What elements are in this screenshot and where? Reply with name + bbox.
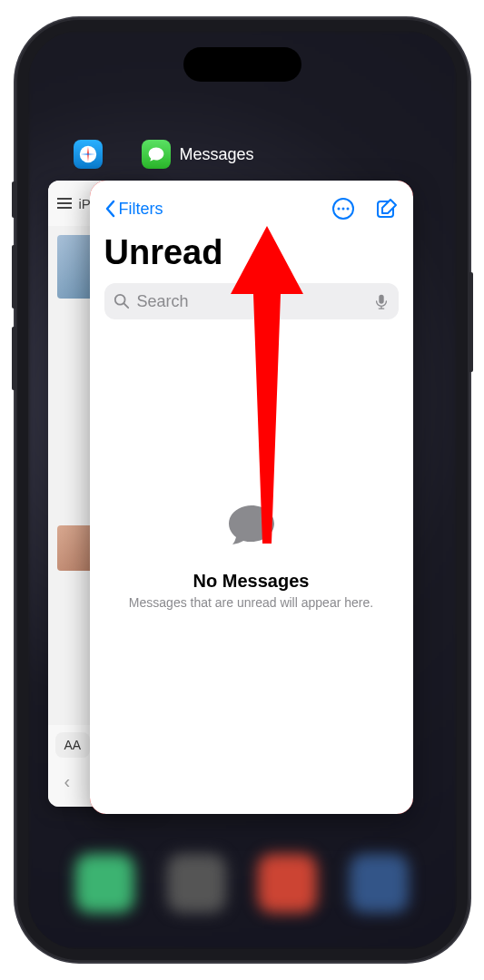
- app-label-text: Messages: [180, 145, 254, 164]
- empty-state: No Messages Messages that are unread wil…: [90, 498, 413, 610]
- empty-state-subtitle: Messages that are unread will appear her…: [108, 595, 395, 610]
- dynamic-island: [183, 47, 301, 82]
- more-icon[interactable]: [331, 197, 355, 220]
- app-switcher[interactable]: Messages iP AA ‹: [28, 31, 457, 949]
- svg-point-4: [346, 208, 349, 211]
- empty-state-title: No Messages: [108, 571, 395, 592]
- page-title: Unread: [90, 230, 413, 283]
- app-label-safari: [74, 140, 103, 169]
- app-card-messages[interactable]: Filters Unread Search: [90, 181, 413, 814]
- messages-nav-bar: Filters: [90, 181, 413, 230]
- svg-point-3: [341, 208, 344, 211]
- back-label: Filters: [119, 200, 163, 219]
- microphone-icon[interactable]: [373, 293, 390, 309]
- search-placeholder: Search: [137, 292, 366, 311]
- mute-switch: [12, 181, 15, 218]
- svg-rect-7: [379, 295, 383, 304]
- search-icon: [114, 293, 130, 309]
- app-label-messages: Messages: [142, 140, 254, 169]
- safari-title-fragment: iP: [79, 196, 91, 211]
- svg-point-2: [337, 208, 340, 211]
- messages-icon: [142, 140, 171, 169]
- safari-icon: [74, 140, 103, 169]
- hamburger-icon: [57, 198, 72, 209]
- compose-icon[interactable]: [375, 197, 399, 220]
- chevron-left-icon: [104, 200, 115, 218]
- text-size-button: AA: [55, 732, 91, 758]
- speech-bubble-icon: [223, 498, 280, 554]
- iphone-frame: Messages iP AA ‹: [15, 18, 469, 962]
- phone-screen: Messages iP AA ‹: [28, 31, 457, 949]
- filters-back-button[interactable]: Filters: [104, 200, 163, 219]
- volume-up-button: [12, 245, 15, 309]
- power-button: [469, 272, 473, 372]
- svg-point-6: [114, 295, 124, 305]
- header-actions: [331, 197, 399, 220]
- volume-down-button: [12, 327, 15, 390]
- search-input[interactable]: Search: [104, 283, 399, 319]
